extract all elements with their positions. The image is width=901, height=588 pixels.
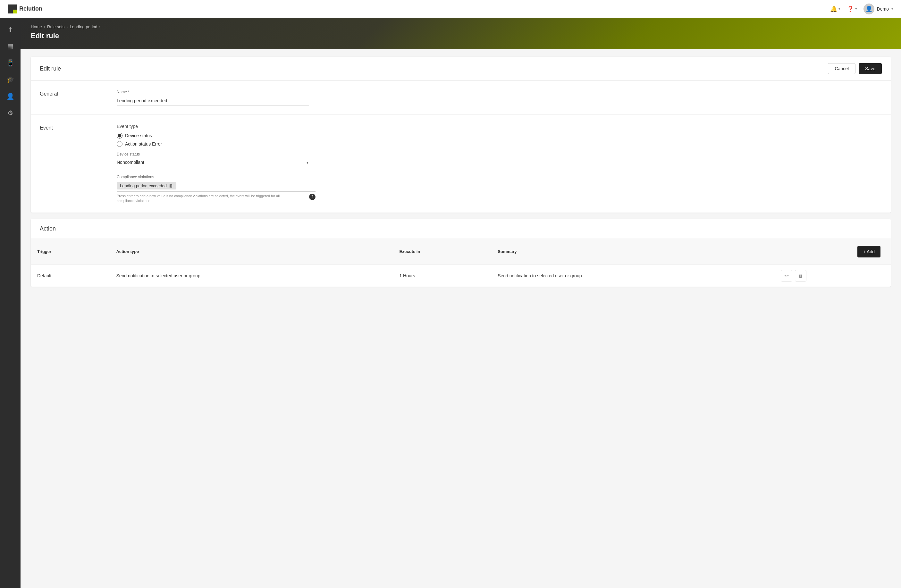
compliance-section: Compliance violations Lending period exc… (117, 175, 315, 204)
avatar: 👤 (864, 3, 874, 14)
name-input[interactable] (117, 96, 309, 106)
brand-name: Relution (19, 5, 42, 12)
navbar: Relution 🔔 ▾ ❓ ▾ 👤 Demo ▾ (0, 0, 901, 18)
notifications-chevron: ▾ (839, 7, 840, 11)
event-section: Event Event type Device status Action st… (31, 115, 891, 212)
sidebar-item-learn[interactable]: 🎓 (3, 72, 18, 87)
card-header-actions: Cancel Save (828, 63, 882, 74)
sidebar: ⬆ ▦ 📱 🎓 👤 ⚙ (0, 18, 20, 588)
th-execute-in: Execute in (393, 239, 491, 265)
th-add-col: + Add (774, 239, 891, 265)
cell-action-type: Send notification to selected user or gr… (110, 265, 393, 287)
device-status-select[interactable]: Noncompliant Compliant Unknown (117, 158, 309, 167)
breadcrumb-sep-1: › (44, 24, 45, 29)
edit-row-button[interactable]: ✏ (781, 270, 792, 281)
edit-rule-card: Edit rule Cancel Save General Name * Eve… (31, 57, 891, 212)
breadcrumb-home[interactable]: Home (31, 24, 42, 29)
sidebar-item-users[interactable]: 👤 (3, 89, 18, 104)
add-button[interactable]: + Add (857, 246, 881, 257)
breadcrumb-sep-2: › (66, 24, 68, 29)
cell-execute-in: 1 Hours (393, 265, 491, 287)
breadcrumb-rule-sets[interactable]: Rule sets (47, 24, 64, 29)
row-action-btns: ✏ 🗑 (781, 270, 884, 281)
help-compliance-icon[interactable]: ? (309, 193, 315, 200)
page-header: Home › Rule sets › Lending period › Edit… (20, 18, 901, 49)
card-header: Edit rule Cancel Save (31, 57, 891, 81)
cell-actions: ✏ 🗑 (774, 265, 891, 287)
compliance-input-row: Lending period exceeded 🗑 (117, 182, 315, 192)
radio-action-status-label: Action status Error (125, 141, 162, 147)
radio-action-status-input[interactable] (117, 141, 123, 147)
brand-logo (8, 5, 17, 14)
compliance-tag: Lending period exceeded 🗑 (117, 182, 176, 189)
compliance-hint: Press enter to add a new value If no com… (117, 193, 296, 204)
general-content: Name * (117, 90, 882, 106)
device-icon: 📱 (6, 59, 14, 67)
device-status-select-wrapper: Noncompliant Compliant Unknown (117, 158, 309, 167)
device-status-label: Device status (117, 152, 309, 156)
table-row: Default Send notification to selected us… (31, 265, 891, 287)
action-card: Action Trigger Action type Execute in Su… (31, 219, 891, 287)
th-trigger: Trigger (31, 239, 110, 265)
cancel-button[interactable]: Cancel (828, 63, 856, 74)
breadcrumb: Home › Rule sets › Lending period › (31, 24, 891, 29)
dashboard-icon: ▦ (7, 42, 14, 50)
cell-summary: Send notification to selected user or gr… (491, 265, 774, 287)
user-menu[interactable]: 👤 Demo ▾ (864, 3, 893, 14)
help-chevron: ▾ (855, 7, 857, 11)
event-content: Event type Device status Action status E… (117, 124, 882, 204)
save-button[interactable]: Save (859, 63, 882, 74)
general-label: General (40, 90, 104, 106)
tag-text: Lending period exceeded (120, 183, 167, 188)
brand: Relution (8, 5, 42, 14)
main-content: Home › Rule sets › Lending period › Edit… (20, 18, 901, 588)
page-title: Edit rule (31, 32, 891, 40)
table-body: Default Send notification to selected us… (31, 265, 891, 287)
bell-icon: 🔔 (830, 5, 837, 12)
event-label: Event (40, 124, 104, 204)
delete-row-button[interactable]: 🗑 (795, 270, 806, 281)
user-name: Demo (877, 6, 889, 11)
table-header-row: Trigger Action type Execute in Summary +… (31, 239, 891, 265)
radio-device-status-input[interactable] (117, 133, 123, 139)
learn-icon: 🎓 (6, 76, 14, 83)
general-section: General Name * (31, 81, 891, 115)
navbar-right: 🔔 ▾ ❓ ▾ 👤 Demo ▾ (830, 3, 893, 14)
action-title: Action (40, 225, 882, 232)
radio-device-status-label: Device status (125, 133, 152, 138)
edit-rule-title: Edit rule (40, 66, 61, 72)
help-icon: ❓ (847, 5, 854, 12)
radio-device-status[interactable]: Device status (117, 133, 882, 139)
sidebar-item-dashboard[interactable]: ▦ (3, 39, 18, 54)
table-header: Trigger Action type Execute in Summary +… (31, 239, 891, 265)
event-type-label: Event type (117, 124, 882, 129)
upload-icon: ⬆ (8, 26, 13, 33)
sidebar-item-upload[interactable]: ⬆ (3, 22, 18, 37)
notifications-button[interactable]: 🔔 ▾ (830, 5, 840, 12)
content-area: Edit rule Cancel Save General Name * Eve… (20, 49, 901, 294)
name-field-label: Name * (117, 90, 882, 94)
action-header: Action (31, 219, 891, 239)
sidebar-item-settings[interactable]: ⚙ (3, 105, 18, 120)
sidebar-item-device[interactable]: 📱 (3, 55, 18, 70)
action-table-wrapper: Trigger Action type Execute in Summary +… (31, 239, 891, 287)
tag-remove-button[interactable]: 🗑 (169, 183, 173, 188)
breadcrumb-lending-period[interactable]: Lending period (70, 24, 97, 29)
users-icon: 👤 (6, 92, 14, 100)
user-chevron: ▾ (892, 7, 893, 11)
th-summary: Summary (491, 239, 774, 265)
compliance-hint-row: Press enter to add a new value If no com… (117, 193, 315, 204)
action-table: Trigger Action type Execute in Summary +… (31, 239, 891, 287)
help-button[interactable]: ❓ ▾ (847, 5, 857, 12)
th-action-type: Action type (110, 239, 393, 265)
breadcrumb-sep-3: › (100, 24, 101, 29)
radio-action-status[interactable]: Action status Error (117, 141, 882, 147)
settings-icon: ⚙ (7, 109, 13, 117)
compliance-violations-label: Compliance violations (117, 175, 315, 179)
cell-trigger: Default (31, 265, 110, 287)
device-status-wrapper: Device status Noncompliant Compliant Unk… (117, 152, 309, 167)
